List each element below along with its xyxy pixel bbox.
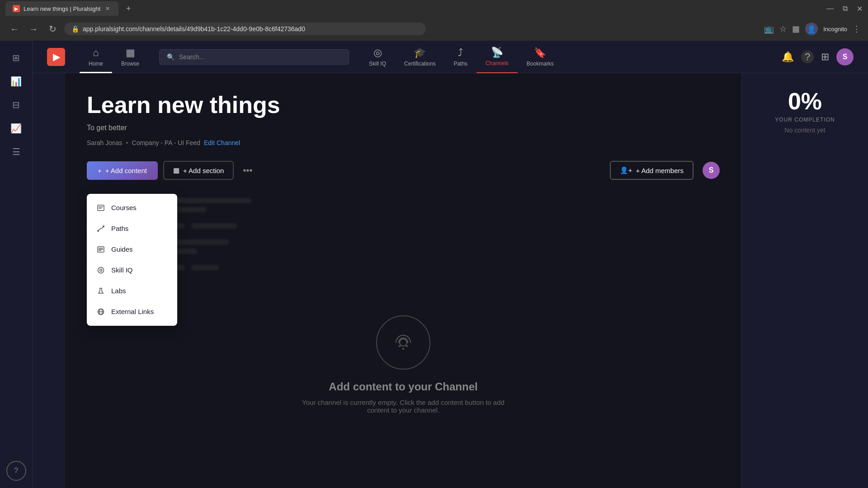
- sidebar-item-dashboard[interactable]: ⊞: [6, 48, 26, 68]
- home-label: Home: [89, 61, 103, 67]
- notification-icon[interactable]: 🔔: [782, 51, 794, 63]
- extensions-icon[interactable]: ▦: [792, 24, 800, 34]
- dropdown-item-labs[interactable]: Labs: [87, 281, 177, 301]
- nav-item-bookmarks[interactable]: 🔖 Bookmarks: [518, 41, 563, 73]
- list-icon: ☰: [12, 146, 20, 157]
- completion-percentage: 0%: [788, 88, 822, 115]
- labs-label: Labs: [111, 287, 126, 295]
- edit-channel-link[interactable]: Edit Channel: [204, 139, 240, 146]
- app-container: ▶ ⌂ Home ▦ Browse 🔍 Search... ◎ Skill IQ…: [0, 41, 868, 488]
- paths-menu-icon: [96, 224, 106, 234]
- browser-tab[interactable]: ▶ Learn new things | Pluralsight ✕: [5, 1, 118, 16]
- back-button[interactable]: ←: [7, 22, 22, 36]
- address-bar[interactable]: 🔒 app.pluralsight.com/channels/details/4…: [64, 23, 426, 35]
- browser-chrome: ▶ Learn new things | Pluralsight ✕ + — ⧉…: [0, 0, 868, 41]
- svg-point-16: [399, 345, 401, 347]
- dropdown-item-external-links[interactable]: External Links: [87, 301, 177, 322]
- browse-label: Browse: [121, 61, 139, 67]
- toolbar-icons: 📺 ☆ ▦ 👤 Incognito ⋮: [764, 23, 861, 35]
- empty-state: Add content to your Channel Your channel…: [87, 279, 720, 450]
- dropdown-item-skilliq[interactable]: Skill IQ: [87, 260, 177, 281]
- channel-avatar[interactable]: S: [703, 162, 720, 179]
- empty-title: Add content to your Channel: [329, 380, 477, 393]
- add-content-label: + Add content: [105, 167, 147, 174]
- search-bar[interactable]: 🔍 Search...: [159, 49, 349, 65]
- sidebar-item-chart[interactable]: 📊: [6, 71, 26, 91]
- dropdown-menu: Courses Paths: [87, 194, 177, 326]
- browse-icon: ▦: [126, 47, 135, 59]
- svg-rect-1: [99, 206, 103, 207]
- search-icon: 🔍: [167, 53, 175, 61]
- paths-label: Paths: [453, 61, 467, 67]
- nav-item-home[interactable]: ⌂ Home: [80, 41, 112, 73]
- nav-item-paths[interactable]: ⤴ Paths: [444, 41, 476, 73]
- nav-item-channels[interactable]: 📡 Channels: [476, 41, 518, 73]
- minimize-icon[interactable]: —: [826, 5, 834, 13]
- completion-sublabel: No content yet: [784, 127, 825, 134]
- forward-button[interactable]: →: [26, 22, 41, 36]
- labs-icon: [96, 286, 106, 296]
- sidebar-item-hierarchy[interactable]: ⊟: [6, 95, 26, 115]
- window-controls: — ⧉ ✕: [826, 5, 863, 13]
- nav-item-browse[interactable]: ▦ Browse: [112, 41, 148, 73]
- incognito-icon: 👤: [807, 25, 816, 33]
- dropdown-item-courses[interactable]: Courses: [87, 197, 177, 218]
- star-icon[interactable]: ☆: [779, 24, 787, 34]
- empty-description: Your channel is currently empty. Click t…: [290, 399, 516, 414]
- nav-right: 🔔 ? ⊞ S: [782, 48, 854, 66]
- guides-icon: [96, 244, 106, 254]
- bookmarks-icon: 🔖: [534, 47, 546, 59]
- more-options-icon: •••: [243, 165, 252, 175]
- author-name: Sarah Jonas: [87, 139, 123, 146]
- nav-item-certifications[interactable]: 🎓 Certifications: [395, 41, 444, 73]
- search-placeholder: Search...: [179, 53, 204, 61]
- app-logo[interactable]: ▶: [47, 48, 65, 66]
- add-section-button[interactable]: ▦ + Add section: [163, 161, 234, 180]
- external-links-icon: [96, 307, 106, 317]
- nav-item-skilliq[interactable]: ◎ Skill IQ: [360, 41, 395, 73]
- help-circle-icon: ?: [14, 467, 18, 475]
- browser-toolbar: ← → ↻ 🔒 app.pluralsight.com/channels/det…: [0, 17, 868, 41]
- content-area: Learn new things To get better Sarah Jon…: [65, 73, 741, 488]
- add-members-button[interactable]: 👤+ + Add members: [610, 161, 693, 180]
- sidebar-item-barchart[interactable]: 📈: [6, 118, 26, 138]
- bar-chart-icon: 📈: [10, 123, 22, 134]
- plus-icon: +: [98, 167, 102, 174]
- profile-button[interactable]: 👤: [805, 23, 818, 35]
- menu-icon[interactable]: ⋮: [853, 24, 861, 34]
- tab-favicon: ▶: [13, 5, 20, 12]
- close-window-icon[interactable]: ✕: [857, 5, 863, 13]
- svg-rect-2: [99, 208, 102, 209]
- add-content-wrapper: + + Add content: [87, 161, 158, 180]
- tab-close-button[interactable]: ✕: [104, 5, 111, 12]
- add-section-icon: ▦: [173, 166, 179, 174]
- more-options-button[interactable]: •••: [239, 162, 256, 179]
- hierarchy-icon: ⊟: [12, 99, 20, 110]
- new-tab-button[interactable]: +: [122, 2, 135, 15]
- guides-label: Guides: [111, 245, 133, 253]
- page-title: Learn new things: [87, 91, 720, 118]
- lock-icon: 🔒: [71, 25, 79, 33]
- browser-titlebar: ▶ Learn new things | Pluralsight ✕ + — ⧉…: [0, 0, 868, 17]
- dashboard-icon: ⊞: [12, 52, 20, 63]
- dropdown-item-guides[interactable]: Guides: [87, 239, 177, 260]
- sidebar-item-list[interactable]: ☰: [6, 142, 26, 162]
- grid-icon[interactable]: ⊞: [821, 51, 829, 63]
- add-section-label: + Add section: [183, 167, 224, 174]
- page-meta: Sarah Jonas • Company - PA - UI Feed Edi…: [87, 139, 720, 146]
- svg-point-17: [406, 345, 408, 347]
- help-icon[interactable]: ?: [801, 51, 814, 63]
- svg-point-15: [400, 339, 407, 346]
- bookmarks-label: Bookmarks: [527, 61, 554, 67]
- certifications-icon: 🎓: [414, 47, 426, 59]
- dropdown-item-paths[interactable]: Paths: [87, 218, 177, 239]
- svg-point-9: [98, 267, 104, 273]
- sidebar-help-button[interactable]: ?: [6, 461, 26, 481]
- separator: •: [126, 139, 128, 146]
- refresh-button[interactable]: ↻: [45, 22, 60, 36]
- certifications-label: Certifications: [404, 61, 435, 67]
- add-content-button[interactable]: + + Add content: [87, 161, 158, 180]
- user-avatar[interactable]: S: [836, 48, 854, 66]
- maximize-icon[interactable]: ⧉: [843, 5, 848, 13]
- add-members-label: + Add members: [636, 167, 684, 174]
